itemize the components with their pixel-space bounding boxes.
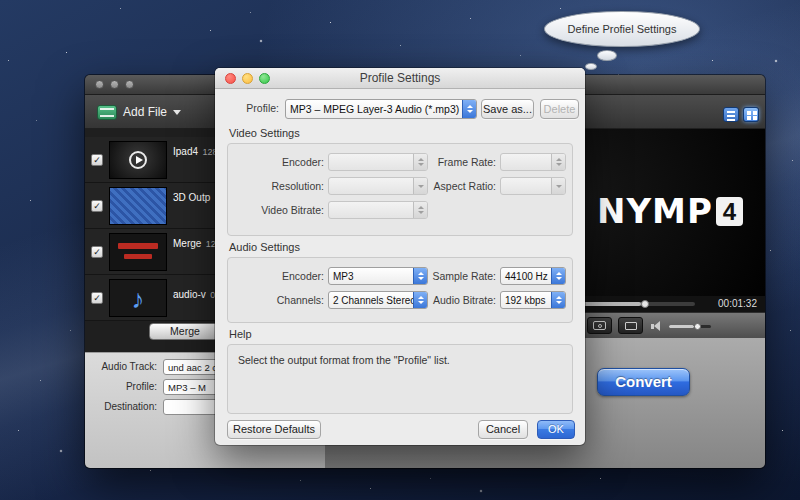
video-thumbnail — [109, 233, 167, 271]
stepper-arrows-icon — [413, 268, 427, 284]
audio-settings-title: Audio Settings — [229, 241, 300, 253]
file-checkbox[interactable]: ✓ — [91, 200, 103, 212]
thought-bubble-tail — [597, 50, 617, 61]
sample-rate-select[interactable]: 44100 Hz — [500, 267, 566, 285]
channels-label: Channels: — [228, 291, 324, 309]
stepper-arrows-icon — [413, 202, 427, 218]
dialog-profile-label: Profile: — [229, 99, 279, 117]
dialog-titlebar[interactable]: Profile Settings — [215, 68, 585, 89]
seek-knob[interactable] — [641, 300, 649, 308]
brand-logo-text: NYMP — [597, 191, 713, 231]
thought-bubble-tail — [585, 63, 597, 70]
bright-stars — [0, 0, 2, 2]
fullscreen-button[interactable] — [618, 317, 643, 334]
combo-arrow-icon — [551, 178, 565, 194]
audio-settings-box: Encoder: MP3 Sample Rate: 44100 Hz Chann… — [227, 257, 573, 323]
audio-encoder-select[interactable]: MP3 — [328, 267, 428, 285]
dialog-title: Profile Settings — [215, 68, 585, 89]
thought-bubble-text: Define Profiel Settings — [568, 23, 677, 35]
dialog-profile-value: MP3 – MPEG Layer-3 Audio (*.mp3) — [286, 103, 462, 115]
audio-track-label: Audio Track: — [93, 359, 157, 375]
music-note-icon: ♪ — [132, 284, 145, 314]
file-name: audio-v — [173, 289, 206, 300]
video-thumbnail — [109, 141, 167, 179]
file-checkbox[interactable]: ✓ — [91, 246, 103, 258]
file-name: 3D Outp — [173, 192, 210, 203]
frame-rate-select — [500, 153, 566, 171]
video-settings-box: Encoder: Frame Rate: Resolution: Aspect … — [227, 143, 573, 236]
film-icon — [97, 105, 117, 120]
stepper-arrows-icon — [413, 292, 427, 308]
add-file-label: Add File — [123, 105, 167, 119]
volume-fill — [669, 325, 694, 328]
destination-label: Destination: — [93, 399, 157, 415]
audio-encoder-value: MP3 — [329, 271, 413, 282]
profile-settings-dialog: Profile Settings Profile: MP3 – MPEG Lay… — [215, 68, 585, 445]
merge-button[interactable]: Merge — [149, 323, 221, 340]
video-bitrate-select — [328, 201, 428, 219]
channels-value: 2 Channels Stereo — [329, 295, 413, 306]
video-settings-title: Video Settings — [229, 127, 300, 139]
audio-bitrate-value: 192 kbps — [501, 295, 551, 306]
video-encoder-label: Encoder: — [228, 153, 324, 171]
sample-rate-value: 44100 Hz — [501, 271, 551, 282]
mute-button[interactable] — [651, 321, 660, 331]
playback-time: 00:01:32 — [718, 298, 757, 309]
display-icon — [625, 322, 637, 330]
video-bitrate-label: Video Bitrate: — [228, 201, 324, 219]
brand-logo: NYMP 4 — [597, 191, 743, 231]
audio-thumbnail: ♪ — [109, 279, 167, 317]
app-close-button[interactable] — [95, 80, 104, 89]
delete-button: Delete — [540, 99, 579, 119]
video-thumbnail — [109, 187, 167, 225]
volume-slider[interactable] — [669, 325, 711, 328]
file-checkbox[interactable]: ✓ — [91, 154, 103, 166]
volume-knob[interactable] — [694, 323, 701, 330]
resolution-combo — [328, 177, 428, 195]
frame-rate-label: Frame Rate: — [430, 153, 496, 171]
audio-bitrate-select[interactable]: 192 kbps — [500, 291, 566, 309]
list-view-button[interactable] — [723, 107, 739, 122]
aspect-ratio-combo — [500, 177, 566, 195]
add-file-button[interactable]: Add File — [97, 101, 181, 123]
chevron-down-icon — [173, 110, 181, 115]
play-icon — [129, 151, 147, 169]
cancel-button[interactable]: Cancel — [478, 420, 528, 439]
dialog-profile-select[interactable]: MP3 – MPEG Layer-3 Audio (*.mp3) — [285, 99, 477, 119]
help-text: Select the output format from the "Profi… — [238, 354, 562, 366]
stepper-arrows-icon — [551, 154, 565, 170]
video-encoder-select — [328, 153, 428, 171]
audio-encoder-label: Encoder: — [228, 267, 324, 285]
combo-arrow-icon — [413, 178, 427, 194]
snapshot-button[interactable] — [587, 317, 612, 334]
camera-icon — [593, 321, 606, 330]
resolution-label: Resolution: — [228, 177, 324, 195]
file-checkbox[interactable]: ✓ — [91, 292, 103, 304]
file-name: Ipad4 — [173, 146, 198, 157]
channels-select[interactable]: 2 Channels Stereo — [328, 291, 428, 309]
restore-defaults-button[interactable]: Restore Defaults — [227, 420, 321, 439]
app-minimize-button[interactable] — [110, 80, 119, 89]
help-box: Select the output format from the "Profi… — [227, 344, 573, 414]
stepper-arrows-icon — [551, 292, 565, 308]
save-as-button[interactable]: Save as... — [481, 99, 534, 119]
audio-bitrate-label: Audio Bitrate: — [430, 291, 496, 309]
file-name: Merge — [173, 238, 201, 249]
stepper-arrows-icon — [462, 100, 476, 118]
grid-view-button[interactable] — [743, 107, 759, 122]
sample-rate-label: Sample Rate: — [430, 267, 496, 285]
help-title: Help — [229, 328, 252, 340]
profile-label: Profile: — [93, 379, 157, 395]
ok-button[interactable]: OK — [537, 420, 575, 439]
app-zoom-button[interactable] — [125, 80, 134, 89]
thought-bubble: Define Profiel Settings — [544, 11, 700, 47]
convert-button[interactable]: Convert — [597, 368, 690, 396]
stepper-arrows-icon — [413, 154, 427, 170]
brand-logo-badge: 4 — [716, 197, 743, 226]
stepper-arrows-icon — [551, 268, 565, 284]
aspect-ratio-label: Aspect Ratio: — [430, 177, 496, 195]
